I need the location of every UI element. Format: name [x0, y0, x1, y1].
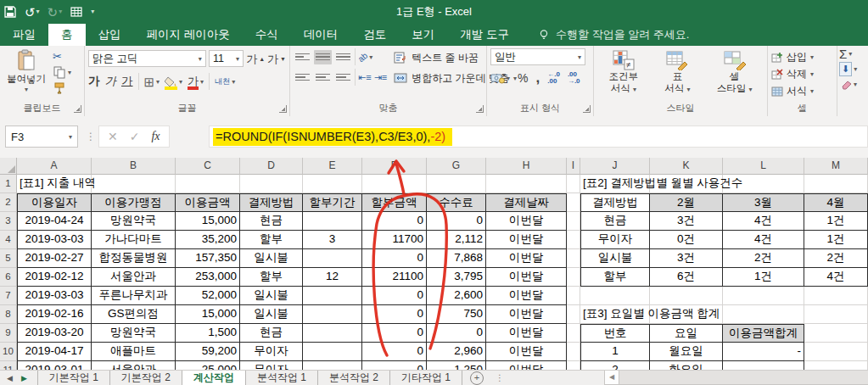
name-box-dropdown-arrow[interactable]: ▾ [69, 133, 72, 141]
cell-L11[interactable] [723, 361, 804, 370]
cell-D5[interactable]: 일시불 [240, 249, 303, 268]
cell-F2[interactable]: 할부금액 [362, 193, 427, 212]
sheet-tab-분석작업 1[interactable]: 분석작업 1 [246, 371, 318, 385]
cell-M4[interactable]: 1건 [804, 231, 868, 249]
cell-H2[interactable]: 결제날짜 [486, 193, 567, 212]
decrease-decimal-button[interactable]: .00→.0 [568, 71, 580, 85]
row-header-6[interactable]: 6 [0, 268, 17, 287]
cell-L9[interactable]: 이용금액합계 [723, 324, 804, 343]
cell-L6[interactable]: 1건 [723, 268, 804, 287]
cell-K10[interactable]: 월요일 [650, 343, 723, 361]
col-header-G[interactable]: G [427, 158, 486, 175]
conditional-formatting-button[interactable]: ≠ 조건부 서식 ▾ [603, 48, 645, 102]
row-header-11[interactable]: 11 [0, 361, 17, 370]
cell-J4[interactable]: 무이자 [580, 231, 650, 249]
cell-J9[interactable]: 번호 [580, 324, 650, 343]
ribbon-tab-수식[interactable]: 수식 [243, 24, 291, 46]
cell-F4[interactable]: 11700 [362, 231, 427, 249]
underline-button[interactable]: 가 [121, 74, 133, 89]
cell-J11[interactable]: 2 [580, 361, 650, 370]
cell-F11[interactable]: 0 [362, 361, 427, 370]
cell-J7[interactable] [580, 287, 650, 305]
cell-D9[interactable]: 현금 [240, 324, 303, 343]
fill-button[interactable]: ⬇▾ [839, 62, 866, 76]
undo-button[interactable]: ↺▾ [25, 6, 40, 19]
cell-K5[interactable]: 3건 [650, 249, 723, 268]
col-header-I[interactable]: I [567, 158, 580, 175]
ribbon-tab-페이지 레이아웃[interactable]: 페이지 레이아웃 [134, 24, 243, 46]
cell-M10[interactable] [804, 343, 868, 361]
row-header-8[interactable]: 8 [0, 305, 17, 324]
cell-E9[interactable] [303, 324, 362, 343]
cell-H7[interactable]: 이번달 [486, 287, 567, 305]
cell-L10[interactable]: - [723, 343, 804, 361]
cell-D4[interactable]: 할부 [240, 231, 303, 249]
cell-L4[interactable]: 4건 [723, 231, 804, 249]
cell-I4[interactable] [567, 231, 580, 249]
sheet-tab-기타작업 1[interactable]: 기타작업 1 [390, 371, 462, 385]
cell-J8[interactable]: [표3] 요일별 이용금액 합계 [580, 305, 650, 324]
cell-M6[interactable]: 4건 [804, 268, 868, 287]
col-header-F[interactable]: F [362, 158, 427, 175]
cell-B8[interactable]: GS편의점 [92, 305, 176, 324]
cell-M9[interactable] [804, 324, 868, 343]
cell-H10[interactable]: 이번달 [486, 343, 567, 361]
cell-B11[interactable]: 서울안과 [92, 361, 176, 370]
cell-I1[interactable] [567, 175, 580, 193]
cell-D6[interactable]: 할부 [240, 268, 303, 287]
cell-H8[interactable]: 이번달 [486, 305, 567, 324]
cell-J5[interactable]: 일시불 [580, 249, 650, 268]
number-format-select[interactable]: 일반▾ [490, 48, 585, 65]
ribbon-tab-보기[interactable]: 보기 [399, 24, 447, 46]
cell-A4[interactable]: 2019-03-03 [17, 231, 92, 249]
cell-G10[interactable]: 2,960 [427, 343, 486, 361]
alignment-dialog-launcher[interactable] [476, 105, 484, 113]
comma-style-button[interactable]: , [535, 70, 540, 86]
cell-A3[interactable]: 2019-04-24 [17, 212, 92, 231]
cell-K6[interactable]: 6건 [650, 268, 723, 287]
align-right-button[interactable] [334, 70, 352, 85]
col-header-C[interactable]: C [176, 158, 240, 175]
fill-color-button[interactable]: ▾ [165, 75, 182, 88]
font-dialog-launcher[interactable] [279, 105, 287, 113]
cell-J3[interactable]: 현금 [580, 212, 650, 231]
cell-C4[interactable]: 35,200 [176, 231, 240, 249]
sheet-tab-분석작업 2[interactable]: 분석작업 2 [318, 371, 390, 385]
cell-L5[interactable]: 2건 [723, 249, 804, 268]
cell-F1[interactable] [362, 175, 427, 193]
cell-C11[interactable]: 25,000 [176, 361, 240, 370]
increase-decimal-button[interactable]: ←.0.00 [547, 71, 560, 85]
cell-E6[interactable]: 12 [303, 268, 362, 287]
phonetic-button[interactable]: 내천▾ [215, 75, 235, 88]
col-header-K[interactable]: K [650, 158, 723, 175]
cell-K4[interactable]: 0건 [650, 231, 723, 249]
row-header-1[interactable]: 1 [0, 175, 17, 193]
cell-A5[interactable]: 2019-02-27 [17, 249, 92, 268]
cell-F9[interactable]: 0 [362, 324, 427, 343]
cell-K2[interactable]: 2월 [650, 193, 723, 212]
enter-formula-button[interactable]: ✓ [130, 130, 140, 143]
align-left-button[interactable] [294, 70, 311, 85]
cell-D7[interactable]: 일시불 [240, 287, 303, 305]
horizontal-scrollbar[interactable]: ◀ [604, 370, 868, 385]
cell-A7[interactable]: 2019-03-03 [17, 287, 92, 305]
align-bottom-button[interactable] [334, 50, 352, 64]
bold-button[interactable]: 가 [88, 74, 100, 89]
decrease-indent-button[interactable]: ⇤≡ [358, 71, 372, 84]
cell-M7[interactable] [804, 287, 868, 305]
cell-I9[interactable] [567, 324, 580, 343]
redo-button[interactable]: ↻▾ [48, 6, 63, 19]
cell-J6[interactable]: 할부 [580, 268, 650, 287]
cell-G7[interactable]: 2,600 [427, 287, 486, 305]
quick-table-icon[interactable] [70, 5, 83, 19]
insert-cells-button[interactable]: 삽입▾ [771, 49, 833, 65]
row-header-10[interactable]: 10 [0, 343, 17, 361]
autosum-button[interactable]: Σ▾ [839, 47, 866, 60]
cell-A10[interactable]: 2019-04-17 [17, 343, 92, 361]
cell-D8[interactable]: 일시불 [240, 305, 303, 324]
cell-M3[interactable]: 1건 [804, 212, 868, 231]
cell-styles-button[interactable]: 셀 스타일 ▾ [711, 48, 759, 102]
cell-B9[interactable]: 망원약국 [92, 324, 176, 343]
ribbon-tab-개발 도구[interactable]: 개발 도구 [447, 24, 522, 46]
align-top-button[interactable] [294, 50, 311, 64]
